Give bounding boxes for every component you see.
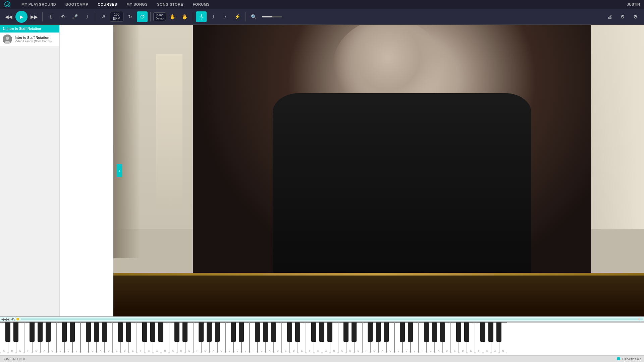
key-sharp-F0[interactable] [30, 322, 35, 342]
rewind-button[interactable]: ◀◀ [3, 11, 14, 22]
countdown-button[interactable]: ⏱ [137, 11, 148, 22]
key-sharp-G3[interactable] [207, 322, 212, 342]
key-sharp-G8[interactable] [488, 322, 493, 342]
key-sharp-D3[interactable] [182, 322, 187, 342]
key-sharp-A5[interactable] [327, 322, 332, 342]
key-sharp-D4[interactable] [239, 322, 244, 342]
timeline-rewind[interactable]: ◀◀◀ [0, 317, 11, 321]
key-sharp-D1[interactable] [70, 322, 75, 342]
left-hand-button[interactable]: ✋ [167, 11, 178, 22]
key-sharp-F4[interactable] [255, 322, 260, 342]
print-button[interactable]: 🖨 [604, 11, 615, 22]
key-sharp-C4[interactable] [231, 322, 236, 342]
mixer-button[interactable]: ⚙ [617, 11, 628, 22]
sidebar-collapse-button[interactable]: ‹ [117, 164, 122, 177]
key-sharp-A6[interactable] [384, 322, 389, 342]
lesson-avatar [3, 35, 12, 44]
key-sharp-A2[interactable] [158, 322, 163, 342]
nav-my-songs[interactable]: MY SONGS [122, 0, 152, 9]
key-sharp-G4[interactable] [263, 322, 268, 342]
zoom-icon[interactable]: 🔍 [249, 11, 259, 22]
key-sharp-F7[interactable] [424, 322, 429, 342]
key-sharp-G0[interactable] [38, 322, 43, 342]
video-area [113, 25, 644, 316]
octave-7: CDEFGAB [394, 322, 451, 355]
middle-section: 1: Intro to Staff Notation Intro to Staf… [0, 25, 644, 316]
octave-2: CDEFGAB [113, 322, 169, 355]
app-logo[interactable] [3, 0, 11, 8]
separator-5 [246, 12, 246, 21]
key-sharp-G1[interactable] [94, 322, 99, 342]
timeline-bar[interactable] [21, 318, 643, 320]
lesson-title: Intro to Staff Notation [15, 36, 57, 40]
key-sharp-D0[interactable] [13, 322, 18, 342]
zoom-bar[interactable] [262, 16, 282, 17]
view-mode-scroll[interactable]: ♩ [208, 11, 219, 22]
nav-forums[interactable]: FORUMS [188, 0, 214, 9]
nav-my-playground[interactable]: MY PLAYGROUND [17, 0, 61, 9]
view-mode-guitar[interactable]: ⚡ [232, 11, 243, 22]
user-name[interactable]: JUSTIN [627, 2, 640, 6]
key-sharp-C2[interactable] [118, 322, 123, 342]
sidebar-lesson-item[interactable]: Intro to Staff Notation Video Lesson (Bo… [0, 33, 59, 46]
key-sharp-C8[interactable] [456, 322, 461, 342]
key-sharp-F3[interactable] [199, 322, 204, 342]
key-sharp-C6[interactable] [343, 322, 348, 342]
key-sharp-C3[interactable] [174, 322, 179, 342]
key-sharp-A1[interactable] [102, 322, 107, 342]
key-sharp-G7[interactable] [432, 322, 437, 342]
key-sharp-F1[interactable] [86, 322, 91, 342]
key-sharp-D5[interactable] [295, 322, 300, 342]
key-sharp-C5[interactable] [287, 322, 292, 342]
key-sharp-F5[interactable] [311, 322, 316, 342]
nav-bootcamp[interactable]: BOOTCAMP [61, 0, 93, 9]
key-sharp-F2[interactable] [142, 322, 147, 342]
tempo-up-button[interactable]: ↻ [125, 11, 136, 22]
key-sharp-G6[interactable] [376, 322, 381, 342]
top-navigation: MY PLAYGROUND BOOTCAMP COURSES MY SONGS … [0, 0, 644, 9]
tempo-down-button[interactable]: ↺ [98, 11, 109, 22]
settings-button[interactable]: ⚙ [630, 11, 641, 22]
key-sharp-D2[interactable] [126, 322, 131, 342]
key-sharp-A8[interactable] [496, 322, 501, 342]
info-button[interactable]: ℹ [45, 11, 56, 22]
key-sharp-D8[interactable] [464, 322, 469, 342]
key-sharp-C1[interactable] [62, 322, 67, 342]
nav-courses[interactable]: COURSES [93, 0, 122, 9]
piano-demo-button[interactable]: Piano Demo [153, 12, 166, 21]
status-indicator [617, 357, 620, 360]
mic-button[interactable]: 🎤 [69, 11, 80, 22]
play-button[interactable]: ▶ [15, 11, 28, 23]
separator-2 [95, 12, 95, 21]
lesson-number: 1: Intro to Staff Notation [3, 27, 41, 31]
lesson-info: Intro to Staff Notation Video Lesson (Bo… [15, 36, 57, 43]
view-mode-notes[interactable]: 𝄞 [196, 11, 207, 22]
video-person [193, 25, 591, 287]
key-sharp-A3[interactable] [215, 322, 220, 342]
metronome-button[interactable]: ♩ [82, 11, 92, 22]
key-sharp-D7[interactable] [408, 322, 413, 342]
key-sharp-A7[interactable] [440, 322, 445, 342]
bpm-value: 100 [113, 13, 120, 17]
key-sharp-D6[interactable] [352, 322, 357, 342]
key-sharp-F6[interactable] [368, 322, 373, 342]
key-sharp-C7[interactable] [400, 322, 405, 342]
key-sharp-A4[interactable] [271, 322, 276, 342]
key-sharp-C0[interactable] [5, 322, 10, 342]
view-mode-midi[interactable]: ♪ [220, 11, 231, 22]
right-hand-button[interactable]: 🖐 [179, 11, 190, 22]
timeline-marker [16, 318, 19, 320]
octave-6: CDEFGAB [338, 322, 394, 355]
key-sharp-F8[interactable] [480, 322, 485, 342]
key-sharp-G5[interactable] [319, 322, 324, 342]
loop-button[interactable]: ⟲ [57, 11, 68, 22]
key-sharp-G2[interactable] [150, 322, 155, 342]
nav-song-store[interactable]: SONG STORE [152, 0, 188, 9]
fast-forward-button[interactable]: ▶▶ [29, 11, 40, 22]
timeline-position [639, 318, 639, 320]
key-sharp-A0[interactable] [46, 322, 51, 342]
sidebar: 1: Intro to Staff Notation Intro to Staf… [0, 25, 60, 316]
timeline: ◀◀◀ 45 [0, 316, 644, 322]
sidebar-lesson-header: 1: Intro to Staff Notation [0, 25, 59, 33]
separator-3 [150, 12, 151, 21]
